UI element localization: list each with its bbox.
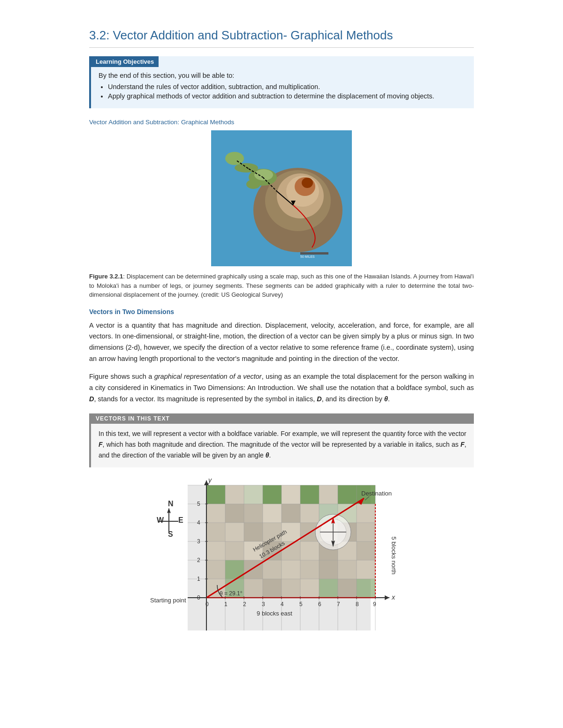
svg-text:5: 5: [197, 501, 200, 507]
svg-text:Starting point: Starting point: [150, 597, 186, 604]
svg-rect-70: [300, 579, 319, 598]
svg-text:50 MILES: 50 MILES: [300, 255, 315, 258]
svg-rect-48: [225, 541, 244, 560]
svg-rect-73: [357, 579, 375, 598]
svg-rect-63: [338, 560, 357, 579]
svg-text:5 blocks north: 5 blocks north: [390, 537, 397, 575]
svg-rect-71: [319, 579, 338, 598]
svg-text:Destination: Destination: [361, 490, 392, 497]
svg-text:0: 0: [205, 601, 209, 608]
title-divider: [89, 47, 474, 48]
vectors-box-header: VECTORS IN THIS TEXT: [91, 413, 474, 424]
figure1-caption-bold: Figure 3.2.1: [89, 273, 123, 280]
svg-rect-55: [357, 541, 375, 560]
vectors-box: VECTORS IN THIS TEXT In this text, we wi…: [89, 413, 474, 467]
svg-rect-72: [338, 579, 357, 598]
city-grid-figure: x y 0 1 2 3 4 5 6 7 8 9 0 1 2: [150, 476, 413, 663]
svg-text:5: 5: [299, 601, 303, 608]
svg-point-6: [302, 178, 313, 188]
svg-rect-34: [300, 504, 319, 523]
svg-rect-29: [206, 504, 225, 523]
svg-point-10: [246, 180, 260, 189]
svg-marker-101: [385, 595, 389, 600]
svg-rect-40: [244, 523, 263, 541]
svg-rect-38: [206, 523, 225, 541]
svg-text:8: 8: [356, 601, 359, 608]
svg-rect-23: [263, 485, 282, 504]
svg-rect-37: [357, 504, 375, 523]
svg-text:1: 1: [197, 576, 200, 582]
svg-text:W: W: [157, 516, 164, 524]
svg-text:2: 2: [243, 601, 246, 608]
svg-text:6: 6: [318, 601, 321, 608]
svg-rect-32: [263, 504, 282, 523]
svg-rect-22: [244, 485, 263, 504]
svg-rect-33: [282, 504, 300, 523]
vectors-box-body: In this text, we will represent a vector…: [91, 428, 474, 461]
figure2-container: x y 0 1 2 3 4 5 6 7 8 9 0 1 2: [89, 476, 474, 665]
svg-rect-26: [319, 485, 338, 504]
svg-rect-58: [244, 560, 263, 579]
svg-text:9: 9: [373, 601, 376, 608]
figure1-caption: Figure 3.2.1: Displacement can be determ…: [89, 272, 474, 300]
svg-text:2: 2: [197, 557, 200, 563]
svg-rect-56: [206, 560, 225, 579]
svg-rect-39: [225, 523, 244, 541]
svg-text:θ = 29.1°: θ = 29.1°: [220, 590, 243, 597]
svg-text:N: N: [168, 500, 174, 508]
svg-rect-52: [300, 541, 319, 560]
learning-objectives-badge: Learning Objectives: [91, 56, 159, 67]
lo-item-2: Apply graphical methods of vector additi…: [108, 92, 466, 100]
learning-objectives-body: By the end of this section, you will be …: [91, 72, 474, 100]
svg-text:E: E: [178, 516, 183, 524]
svg-rect-59: [263, 560, 282, 579]
lo-intro: By the end of this section, you will be …: [99, 72, 466, 79]
page-container: 3.2: Vector Addition and Subtraction- Gr…: [70, 0, 493, 693]
svg-rect-69: [282, 579, 300, 598]
svg-rect-47: [206, 541, 225, 560]
figure1-container: 50 MILES: [89, 130, 474, 268]
svg-rect-20: [206, 485, 225, 504]
svg-rect-27: [338, 485, 357, 504]
svg-text:x: x: [391, 593, 396, 601]
svg-rect-31: [244, 504, 263, 523]
figure1-link[interactable]: Vector Addition and Subtraction: Graphic…: [89, 119, 474, 126]
svg-rect-68: [263, 579, 282, 598]
svg-rect-17: [300, 252, 328, 255]
svg-text:4: 4: [197, 519, 200, 526]
svg-point-9: [235, 163, 258, 173]
vectors-para1: A vector is a quantity that has magnitud…: [89, 320, 474, 365]
svg-text:3: 3: [262, 601, 265, 608]
svg-rect-25: [300, 485, 319, 504]
page-title: 3.2: Vector Addition and Subtraction- Gr…: [89, 28, 474, 43]
svg-rect-21: [225, 485, 244, 504]
lo-item-1: Understand the rules of vector addition,…: [108, 83, 466, 90]
svg-rect-61: [300, 560, 319, 579]
svg-text:3: 3: [197, 538, 200, 545]
svg-rect-62: [319, 560, 338, 579]
svg-rect-60: [282, 560, 300, 579]
svg-rect-24: [282, 485, 300, 504]
svg-text:y: y: [208, 476, 212, 484]
svg-text:1: 1: [224, 601, 228, 608]
svg-text:4: 4: [281, 601, 284, 608]
svg-rect-46: [357, 523, 375, 541]
figure1-caption-text: : Displacement can be determined graphic…: [89, 273, 474, 298]
svg-text:9 blocks east: 9 blocks east: [257, 610, 292, 617]
svg-rect-30: [225, 504, 244, 523]
lo-list: Understand the rules of vector addition,…: [108, 83, 466, 100]
svg-point-11: [225, 152, 244, 165]
svg-text:7: 7: [337, 601, 340, 608]
hawaii-map-image: 50 MILES: [211, 130, 352, 266]
learning-objectives-box: Learning Objectives By the end of this s…: [89, 56, 474, 108]
vectors-2d-subtitle: Vectors in Two Dimensions: [89, 308, 474, 315]
svg-rect-67: [244, 579, 263, 598]
svg-text:0: 0: [197, 594, 200, 601]
svg-rect-64: [357, 560, 375, 579]
vectors-para2: Figure shows such a graphical representa…: [89, 371, 474, 405]
